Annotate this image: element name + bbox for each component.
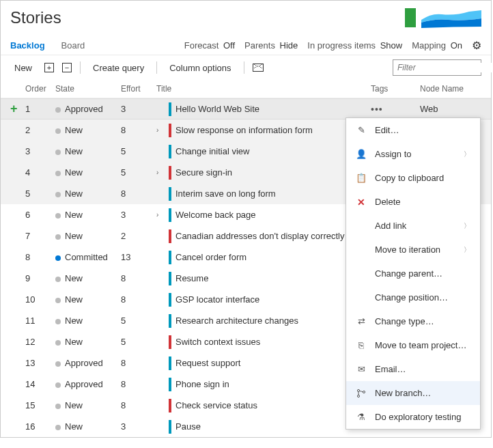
more-actions-icon[interactable]: •••: [371, 104, 383, 115]
filter-box[interactable]: ⌕: [393, 59, 481, 76]
cell-title: Phone sign in: [156, 378, 371, 391]
gear-icon[interactable]: ⚙: [472, 39, 481, 52]
cell-effort: 8: [121, 273, 156, 283]
clipboard-icon: 📋: [356, 173, 367, 183]
item-title: Slow response on information form: [175, 125, 313, 135]
expand-icon[interactable]: ›: [156, 126, 165, 134]
cell-effort: 8: [121, 188, 156, 199]
menu-copy[interactable]: 📋Copy to clipboard: [346, 166, 480, 190]
item-title: Interim save on long form: [175, 188, 276, 199]
cell-title: Request support: [156, 356, 371, 370]
menu-new-branch[interactable]: New branch…: [346, 381, 480, 405]
cell-state: New: [55, 316, 121, 326]
chart-bar-icon: [405, 8, 416, 27]
col-state[interactable]: State: [55, 84, 121, 94]
menu-email[interactable]: ✉Email…: [346, 357, 480, 381]
type-color-bar: [169, 293, 171, 307]
cell-state: New: [55, 188, 121, 199]
add-item-icon[interactable]: +: [10, 102, 18, 116]
col-order[interactable]: Order: [25, 84, 55, 94]
cell-title: ›Slow response on information form: [156, 124, 371, 137]
type-color-bar: [169, 229, 171, 243]
expand-icon[interactable]: ›: [156, 211, 165, 219]
cell-effort: 3: [121, 104, 156, 114]
cell-effort: 8: [121, 294, 156, 305]
cell-order: 10: [25, 294, 55, 305]
menu-change-type[interactable]: ⇄Change type…: [346, 309, 480, 333]
mail-icon: ✉: [356, 364, 367, 374]
type-color-bar: [169, 166, 171, 180]
option-inprogress[interactable]: In progress items Show: [307, 40, 402, 51]
cell-order: 5: [25, 188, 55, 199]
item-title: Hello World Web Site: [175, 104, 259, 114]
cell-order: 14: [25, 379, 55, 389]
cell-effort: 13: [121, 252, 156, 262]
cell-title: Change initial view: [156, 145, 371, 158]
column-options-button[interactable]: Column options: [165, 60, 235, 76]
option-forecast[interactable]: Forecast Off: [184, 40, 235, 51]
cell-order: 15: [25, 400, 55, 410]
tab-backlog[interactable]: Backlog: [10, 36, 45, 55]
item-title: Switch context issues: [175, 337, 260, 347]
item-title: Research architecture changes: [175, 316, 298, 326]
change-type-icon: ⇄: [356, 316, 367, 326]
cell-order: 8: [25, 252, 55, 262]
cell-order: 6: [25, 210, 55, 220]
collapse-all-icon[interactable]: −: [62, 63, 72, 72]
new-button[interactable]: New: [10, 60, 36, 76]
cell-order: 12: [25, 337, 55, 347]
mail-icon[interactable]: [253, 64, 264, 72]
menu-add-link[interactable]: Add link〉: [346, 214, 480, 238]
cell-order: 13: [25, 358, 55, 368]
menu-move-project[interactable]: ⎘Move to team project…: [346, 333, 480, 357]
col-tags[interactable]: Tags: [371, 84, 420, 94]
cell-state: Committed: [55, 252, 121, 262]
expand-all-icon[interactable]: +: [44, 63, 54, 72]
cell-state: Approved: [55, 358, 121, 368]
cell-order: 16: [25, 421, 55, 432]
context-menu: ✎Edit… 👤Assign to〉 📋Copy to clipboard ✕D…: [346, 117, 481, 430]
cell-effort: 5: [121, 146, 156, 156]
create-query-button[interactable]: Create query: [89, 60, 148, 76]
option-parents[interactable]: Parents Hide: [244, 40, 298, 51]
expand-icon[interactable]: ›: [156, 169, 165, 176]
option-mapping[interactable]: Mapping On: [412, 40, 462, 51]
cell-state: New: [55, 400, 121, 410]
col-node[interactable]: Node Name: [420, 84, 481, 94]
divider: [156, 61, 157, 74]
cell-state: New: [55, 146, 121, 156]
chevron-right-icon: 〉: [464, 150, 470, 159]
cell-state: New: [55, 294, 121, 305]
menu-delete[interactable]: ✕Delete: [346, 190, 480, 214]
filter-input[interactable]: [397, 63, 493, 72]
cell-node: Web: [420, 104, 481, 114]
menu-exploratory-testing[interactable]: ⚗Do exploratory testing: [346, 405, 480, 429]
menu-move-iteration[interactable]: Move to iteration〉: [346, 238, 480, 262]
type-color-bar: [169, 272, 171, 285]
col-title[interactable]: Title: [156, 84, 371, 94]
cell-state: New: [55, 273, 121, 283]
cell-title: Interim save on long form: [156, 187, 371, 201]
state-dot-icon: [55, 425, 61, 430]
cell-effort: 8: [121, 358, 156, 368]
cell-state: New: [55, 337, 121, 347]
cell-state: New: [55, 421, 121, 432]
type-color-bar: [169, 356, 171, 370]
table-row[interactable]: +1Approved3Hello World Web Site•••Web: [1, 98, 491, 120]
type-color-bar: [169, 335, 171, 349]
menu-change-parent[interactable]: Change parent…: [346, 262, 480, 285]
type-color-bar: [169, 399, 171, 412]
cell-state: New: [55, 125, 121, 135]
tab-board[interactable]: Board: [61, 36, 85, 55]
cell-state: New: [55, 231, 121, 241]
cell-effort: 8: [121, 125, 156, 135]
menu-edit[interactable]: ✎Edit…: [346, 118, 480, 142]
divider: [80, 61, 81, 74]
state-dot-icon: [55, 150, 61, 155]
cell-effort: 8: [121, 379, 156, 389]
menu-change-position[interactable]: Change position…: [346, 285, 480, 309]
col-effort[interactable]: Effort: [121, 84, 156, 94]
item-title: Resume: [175, 273, 208, 283]
menu-assign-to[interactable]: 👤Assign to〉: [346, 142, 480, 166]
table-header: Order State Effort Title Tags Node Name: [1, 80, 491, 98]
